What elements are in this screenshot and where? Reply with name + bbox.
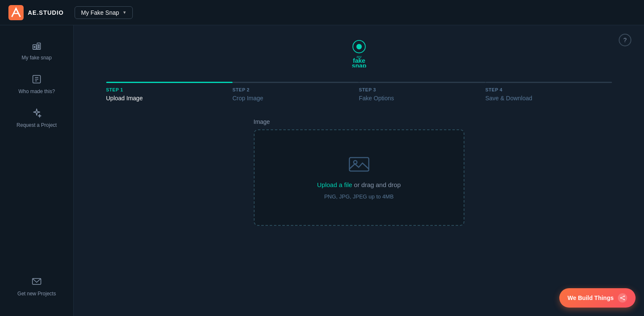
steps-container: STEP 1 Upload Image STEP 2 Crop Image ST… xyxy=(106,82,612,102)
svg-point-12 xyxy=(356,44,362,49)
step-3-label: STEP 3 xyxy=(359,87,486,92)
step-4-name: Save & Download xyxy=(486,95,612,102)
step-2-name: Crop Image xyxy=(233,95,359,102)
sidebar: My fake snap Who made this? Request xyxy=(0,25,74,316)
top-navigation: AE.STUDIO My Fake Snap ▼ xyxy=(0,0,644,25)
project-dropdown[interactable]: My Fake Snap ▼ xyxy=(75,6,133,19)
svg-rect-1 xyxy=(33,45,36,49)
svg-rect-4 xyxy=(38,45,39,46)
step-2: STEP 2 Crop Image xyxy=(233,82,359,102)
project-dropdown-label: My Fake Snap xyxy=(81,9,119,16)
question-mark-icon: ? xyxy=(623,37,627,43)
we-build-things-button[interactable]: We Build Things xyxy=(559,288,636,308)
step-1: STEP 1 Upload Image xyxy=(106,82,233,102)
brand-logo: my fake snap xyxy=(334,38,384,69)
sidebar-item-label: Who made this? xyxy=(19,88,55,94)
we-build-things-label: We Build Things xyxy=(568,295,614,301)
step-1-name: Upload Image xyxy=(106,95,233,102)
sidebar-item-get-new-projects[interactable]: Get new Projects xyxy=(0,270,73,303)
share-icon xyxy=(618,293,627,303)
step-2-bar xyxy=(233,82,359,83)
sidebar-item-request-project[interactable]: Request a Project xyxy=(0,101,73,135)
sidebar-item-who-made-this[interactable]: Who made this? xyxy=(0,67,73,101)
step-1-label: STEP 1 xyxy=(106,87,233,92)
svg-rect-5 xyxy=(38,47,39,48)
svg-line-22 xyxy=(621,298,624,300)
main-content: ? my fake snap STEP 1 Upload Image xyxy=(74,25,644,316)
step-1-bar xyxy=(106,82,233,83)
image-upload-icon xyxy=(349,155,370,176)
svg-rect-3 xyxy=(34,46,35,48)
step-3-bar xyxy=(359,82,486,83)
svg-text:snap: snap xyxy=(352,62,366,67)
info-icon xyxy=(32,74,42,86)
upload-link[interactable]: Upload a file xyxy=(317,181,352,188)
logo-text: AE.STUDIO xyxy=(28,9,64,16)
upload-text: Upload a file or drag and drop xyxy=(317,181,400,188)
upload-section: Image Upload a file or drag and drop PNG… xyxy=(254,118,464,226)
logo-area: AE.STUDIO xyxy=(8,5,64,20)
help-button[interactable]: ? xyxy=(619,34,631,46)
chevron-down-icon: ▼ xyxy=(123,10,127,15)
svg-rect-16 xyxy=(349,158,369,171)
upload-dropzone[interactable]: Upload a file or drag and drop PNG, JPG,… xyxy=(254,129,464,226)
drag-text: or drag and drop xyxy=(352,181,401,188)
ae-studio-logo-icon xyxy=(8,5,24,20)
building-icon xyxy=(32,40,42,52)
svg-point-17 xyxy=(354,161,357,164)
step-4-bar xyxy=(486,82,612,83)
step-4: STEP 4 Save & Download xyxy=(486,82,612,102)
step-2-label: STEP 2 xyxy=(233,87,359,92)
svg-line-21 xyxy=(621,296,624,298)
sidebar-item-label: My fake snap xyxy=(21,55,51,61)
step-3-name: Fake Options xyxy=(359,95,486,102)
envelope-icon xyxy=(32,276,42,288)
sidebar-item-label: Get new Projects xyxy=(17,291,56,297)
upload-section-label: Image xyxy=(254,118,464,125)
sparkle-icon xyxy=(32,108,42,120)
upload-hint: PNG, JPG, JPEG up to 4MB xyxy=(324,193,394,200)
sidebar-item-label: Request a Project xyxy=(16,122,56,128)
step-4-label: STEP 4 xyxy=(486,87,612,92)
step-3: STEP 3 Fake Options xyxy=(359,82,486,102)
sidebar-item-my-fake-snap[interactable]: My fake snap xyxy=(0,34,73,67)
